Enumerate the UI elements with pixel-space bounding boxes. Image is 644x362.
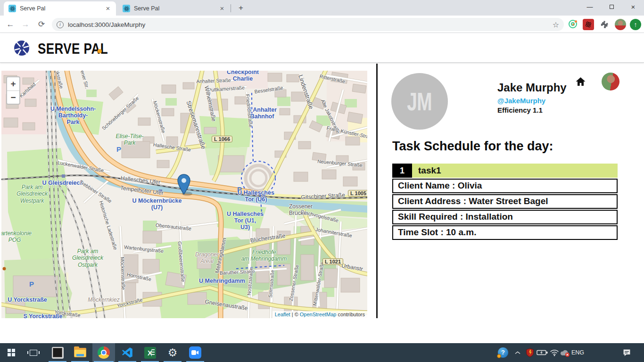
task-detail-row: Client Address : Water Street Bagel: [392, 194, 618, 209]
task-table: 1 task1 Client Name : Olivia Client Addr…: [392, 164, 618, 240]
language-indicator[interactable]: ENG: [571, 343, 584, 362]
wifi-icon: [550, 349, 559, 356]
page-info-icon[interactable]: i: [57, 21, 64, 28]
taskbar-zoom[interactable]: [185, 343, 206, 362]
task-detail-row: Skill Required : Installation: [392, 210, 618, 224]
help-icon: ?: [498, 347, 508, 358]
panel-divider: [376, 64, 378, 318]
tab-serve-pal-1[interactable]: Serve Pal ×: [4, 1, 116, 16]
task-detail-row: Time Slot : 10 a.m.: [392, 225, 618, 240]
tab-close-icon[interactable]: ×: [218, 4, 226, 13]
bookmark-star-icon[interactable]: ☆: [553, 20, 559, 29]
profile-initials-avatar: JM: [391, 73, 448, 130]
chrome-icon: [98, 346, 110, 359]
taskbar-settings[interactable]: ⚙: [162, 343, 183, 362]
serve-pal-logo-icon: [13, 40, 30, 57]
leaflet-link[interactable]: Leaflet: [275, 312, 290, 317]
vscode-icon: [121, 346, 133, 359]
profile-initials: JM: [407, 87, 432, 116]
chevron-up-icon: [515, 351, 520, 354]
tray-battery[interactable]: [537, 343, 549, 362]
profile-text-block: Jake Murphy @JakeMurphy Efficiency 1.1: [497, 81, 567, 114]
tab-title: Serve Pal: [20, 5, 104, 12]
tab-title: Serve Pal: [134, 5, 218, 12]
profile-efficiency: Efficiency 1.1: [497, 106, 567, 114]
browser-toolbar: ← → ⟳ i localhost:3000/JakeMurphy ☆ ↑: [0, 16, 644, 33]
tray-wifi[interactable]: [550, 343, 559, 362]
window-maximize-button[interactable]: [601, 0, 622, 15]
tray-chevron[interactable]: [515, 345, 520, 360]
window-close-button[interactable]: ×: [622, 0, 644, 15]
schedule-heading: Task Schedule for the day:: [392, 139, 553, 154]
taskbar-chrome[interactable]: [92, 343, 115, 362]
notification-icon: [622, 348, 631, 357]
windows-logo-icon: [8, 349, 15, 356]
task-name-cell: task1: [412, 164, 618, 178]
app-window-icon: [52, 347, 64, 359]
leaflet-map[interactable]: Checkpoint CharlieU Mendelssohn- Barthol…: [1, 71, 367, 318]
task-detail-row: Client Name : Olivia: [392, 179, 618, 193]
user-avatar[interactable]: [602, 73, 619, 90]
zoom-out-button[interactable]: −: [7, 90, 19, 104]
osm-link[interactable]: OpenStreetMap: [300, 312, 337, 317]
window-minimize-button[interactable]: —: [579, 0, 601, 15]
file-explorer-icon: [74, 348, 86, 357]
tray-defender[interactable]: [525, 343, 535, 362]
security-shield-icon: [525, 347, 535, 358]
browser-tab-strip: Serve Pal × Serve Pal × + — ×: [0, 0, 644, 16]
extensions-puzzle-icon[interactable]: [599, 19, 610, 30]
forward-icon[interactable]: →: [19, 18, 32, 31]
map-tiles: [1, 71, 367, 318]
refresh-icon[interactable]: ⟳: [35, 18, 48, 31]
map-attribution: Leaflet | © OpenStreetMap contributors: [272, 311, 367, 318]
new-tab-button[interactable]: +: [235, 3, 247, 13]
zoom-camera-icon: [189, 346, 201, 359]
taskbar-vscode[interactable]: [117, 343, 138, 362]
taskbar-excel[interactable]: X: [140, 343, 160, 362]
map-poi-dot: [3, 267, 6, 271]
tray-onedrive[interactable]: [559, 343, 570, 362]
home-icon[interactable]: [575, 76, 586, 87]
back-icon[interactable]: ←: [4, 18, 17, 31]
settings-gear-icon: ⚙: [168, 347, 178, 358]
task-view-icon: [30, 350, 37, 356]
profile-name: Jake Murphy: [497, 81, 567, 94]
app-header: SERVE PAL: [0, 33, 644, 63]
brand-dot: [98, 49, 102, 53]
task-number-cell: 1: [392, 164, 412, 178]
react-favicon: [123, 5, 130, 12]
profile-handle[interactable]: @JakeMurphy: [497, 97, 567, 105]
react-favicon: [8, 5, 16, 12]
map-zoom-control: + −: [6, 76, 20, 105]
address-bar[interactable]: i localhost:3000/JakeMurphy ☆: [52, 18, 564, 31]
notification-center-button[interactable]: [622, 343, 631, 362]
attribution-separator: | ©: [290, 312, 300, 317]
tray-help[interactable]: ?: [498, 343, 508, 362]
redux-devtools-extension-icon[interactable]: [583, 19, 594, 30]
url-text[interactable]: localhost:3000/JakeMurphy: [68, 21, 553, 28]
task-header-row[interactable]: 1 task1: [392, 164, 618, 178]
attribution-suffix: contributors: [336, 312, 365, 317]
tab-separator: [231, 4, 231, 12]
zoom-in-button[interactable]: +: [7, 77, 19, 90]
brand-title: SERVE PAL: [38, 41, 108, 58]
tab-close-icon[interactable]: ×: [104, 4, 112, 13]
tab-serve-pal-2[interactable]: Serve Pal ×: [118, 1, 230, 16]
browser-profile-avatar[interactable]: [615, 19, 626, 30]
windows-taskbar: X ⚙ ?: [0, 343, 644, 362]
start-button[interactable]: [0, 343, 23, 362]
excel-icon: X: [144, 347, 156, 359]
battery-plug-icon: [537, 349, 549, 356]
task-view-button[interactable]: [23, 343, 44, 362]
react-devtools-extension-icon[interactable]: [568, 19, 579, 30]
taskbar-app-window[interactable]: [47, 343, 68, 362]
taskbar-file-explorer[interactable]: [70, 343, 91, 362]
cloud-offline-icon: [559, 348, 570, 357]
browser-update-icon[interactable]: ↑: [630, 19, 641, 30]
